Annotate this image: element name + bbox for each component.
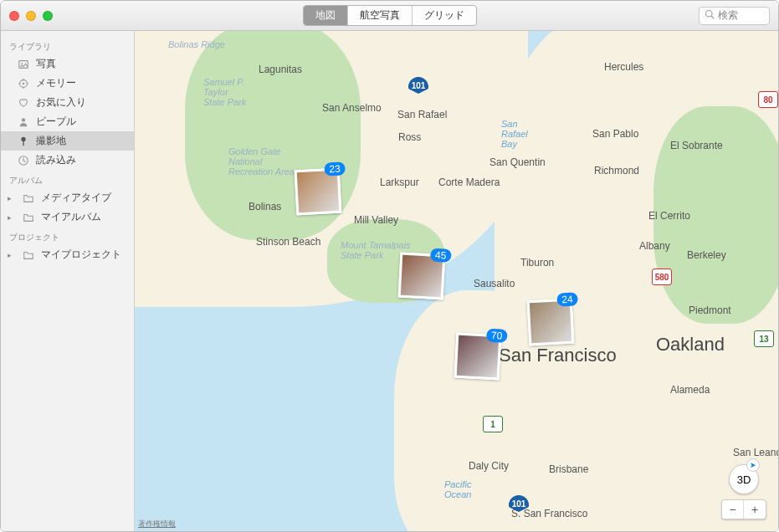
map-label: Oakland xyxy=(656,334,725,356)
map-label: Corte Madera xyxy=(438,176,500,188)
map-label: San Leandro xyxy=(733,447,778,458)
map-label: PacificOcean xyxy=(444,479,471,499)
map-label: SanRafaelBay xyxy=(501,119,528,149)
map-label: San Quentin xyxy=(489,156,546,168)
locate-icon[interactable]: ➤ xyxy=(746,458,760,472)
titlebar: 地図 航空写真 グリッド 検索 xyxy=(1,1,778,31)
svg-point-5 xyxy=(23,82,25,84)
sidebar-item-label: マイアルバム xyxy=(41,210,101,224)
folder-icon xyxy=(23,192,34,204)
search-placeholder: 検索 xyxy=(718,8,738,23)
photo-cluster[interactable]: 45 xyxy=(398,253,446,300)
map-label: El Sobrante xyxy=(670,140,723,151)
map-label: Stinson Beach xyxy=(256,236,320,248)
compass-3d-button[interactable]: 3D ➤ xyxy=(729,464,759,494)
map-controls: 3D ➤ − + xyxy=(721,464,766,519)
map-attribution[interactable]: 著作権情報 xyxy=(138,519,176,529)
photo-cluster[interactable]: 70 xyxy=(454,333,502,381)
sidebar-item-library-5[interactable]: 読み込み xyxy=(1,151,134,170)
route-shield: 1 xyxy=(483,416,503,432)
photos-icon xyxy=(18,59,29,70)
sidebar-item-label: 撮影地 xyxy=(36,134,66,148)
view-segmented-control: 地図 航空写真 グリッド xyxy=(303,5,477,26)
route-shield: 13 xyxy=(754,330,774,347)
map-label: Hercules xyxy=(604,61,643,73)
map-label: Albany xyxy=(639,240,670,252)
tab-satellite[interactable]: 航空写真 xyxy=(348,6,413,25)
map-label: Golden GateNationalRecreation Area xyxy=(228,146,295,176)
disclosure-icon: ▸ xyxy=(8,251,16,259)
map-label: Piedmont xyxy=(689,304,731,316)
svg-point-11 xyxy=(21,136,25,141)
zoom-control: − + xyxy=(721,499,766,519)
map-label: Mill Valley xyxy=(354,214,398,226)
sidebar-item-label: メディアタイプ xyxy=(41,191,111,205)
map-label: San Rafael xyxy=(397,109,447,120)
svg-line-1 xyxy=(711,16,714,18)
svg-point-0 xyxy=(706,11,713,18)
map-label: San Francisco xyxy=(499,345,617,366)
disclosure-icon: ▸ xyxy=(8,213,16,222)
photo-cluster[interactable]: 24 xyxy=(527,299,575,346)
sidebar-item-library-3[interactable]: ピープル xyxy=(1,112,134,131)
sidebar-item-label: ピープル xyxy=(36,115,76,129)
section-library: ライブラリ xyxy=(1,36,134,54)
sidebar-item-projects-0[interactable]: ▸マイプロジェクト xyxy=(1,245,134,264)
map-label: Sausalito xyxy=(474,278,515,289)
section-projects: プロジェクト xyxy=(1,227,134,245)
cluster-count-badge: 24 xyxy=(556,292,578,306)
svg-point-3 xyxy=(21,63,23,64)
disclosure-icon: ▸ xyxy=(8,194,16,202)
map-view[interactable]: Bolinas RidgeSamuel P.TaylorState ParkLa… xyxy=(135,31,778,531)
photo-cluster[interactable]: 23 xyxy=(295,168,342,216)
sidebar-item-label: 写真 xyxy=(36,57,56,71)
folder-icon xyxy=(23,212,34,223)
cluster-count-badge: 45 xyxy=(430,248,452,262)
memories-icon xyxy=(18,78,29,90)
map-label: Richmond xyxy=(594,165,639,176)
map-label: Alameda xyxy=(670,384,710,396)
zoom-out-button[interactable]: − xyxy=(722,500,744,519)
route-shield: 580 xyxy=(652,269,672,285)
heart-icon xyxy=(18,97,29,109)
map-label: Brisbane xyxy=(549,463,588,475)
map-label: Bolinas xyxy=(249,201,281,212)
map-label: Berkeley xyxy=(687,249,726,261)
folder-icon xyxy=(23,249,34,261)
sidebar-item-library-0[interactable]: 写真 xyxy=(1,54,134,74)
minimize-button[interactable] xyxy=(26,11,36,21)
clock-icon xyxy=(18,155,29,166)
sidebar-item-library-2[interactable]: お気に入り xyxy=(1,93,134,112)
cluster-count-badge: 23 xyxy=(324,161,346,176)
map-label: San Anselmo xyxy=(322,102,382,114)
map-label: Samuel P.TaylorState Park xyxy=(203,77,246,107)
pin-icon xyxy=(18,136,29,147)
window-controls xyxy=(9,11,53,21)
map-label: Larkspur xyxy=(380,176,419,188)
fullscreen-button[interactable] xyxy=(43,11,53,21)
tab-map[interactable]: 地図 xyxy=(304,6,348,25)
close-button[interactable] xyxy=(9,11,19,21)
search-field[interactable]: 検索 xyxy=(699,7,770,25)
map-label: Ross xyxy=(398,131,421,143)
map-label: San Pablo xyxy=(592,128,638,140)
svg-point-10 xyxy=(22,118,25,121)
map-label: El Cerrito xyxy=(648,210,690,222)
sidebar-item-label: 読み込み xyxy=(36,153,76,167)
route-shield: 80 xyxy=(758,91,778,108)
zoom-in-button[interactable]: + xyxy=(744,500,766,519)
sidebar-item-label: お気に入り xyxy=(36,95,86,110)
sidebar-item-albums-0[interactable]: ▸メディアタイプ xyxy=(1,188,134,207)
sidebar-item-label: マイプロジェクト xyxy=(41,248,121,262)
map-label: Tiburon xyxy=(520,257,554,269)
map-label: Lagunitas xyxy=(259,64,302,75)
sidebar: ライブラリ 写真メモリーお気に入りピープル撮影地読み込み アルバム ▸メディアタ… xyxy=(1,31,135,531)
map-label: Bolinas Ridge xyxy=(168,39,225,49)
sidebar-item-library-1[interactable]: メモリー xyxy=(1,74,134,93)
sidebar-item-library-4[interactable]: 撮影地 xyxy=(1,131,134,151)
sidebar-item-label: メモリー xyxy=(36,76,76,90)
sidebar-item-albums-1[interactable]: ▸マイアルバム xyxy=(1,207,134,227)
cluster-count-badge: 70 xyxy=(486,328,508,342)
person-icon xyxy=(18,116,29,128)
tab-grid[interactable]: グリッド xyxy=(413,6,476,25)
